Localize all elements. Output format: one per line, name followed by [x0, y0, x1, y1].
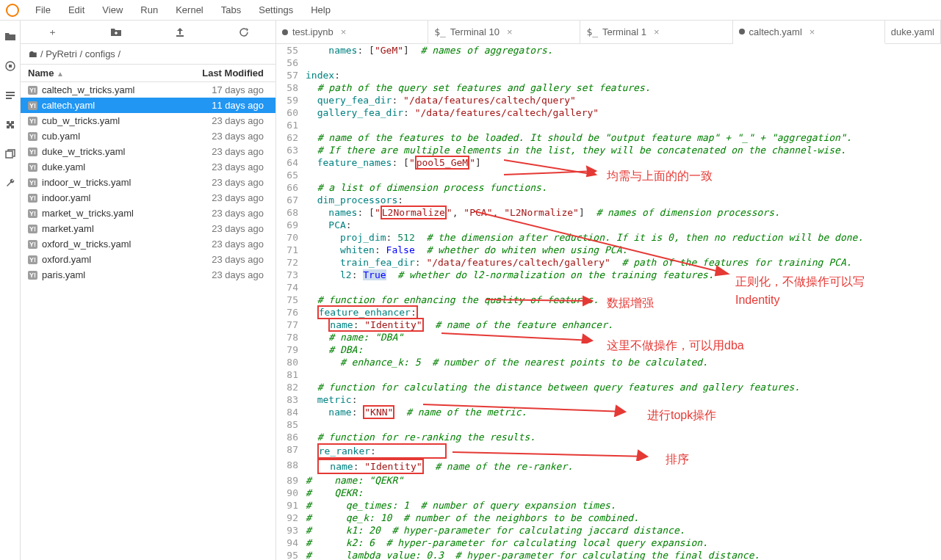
- tabs-icon[interactable]: [4, 148, 16, 160]
- menu-settings[interactable]: Settings: [250, 4, 302, 15]
- file-row[interactable]: Y!duke_w_tricks.yaml23 days ago: [21, 144, 275, 159]
- tab[interactable]: $_Terminal 10×: [428, 21, 580, 43]
- file-row[interactable]: Y!caltech_w_tricks.yaml17 days ago: [21, 82, 275, 98]
- close-icon[interactable]: ×: [807, 26, 818, 37]
- menu-edit[interactable]: Edit: [60, 4, 93, 15]
- file-row[interactable]: Y!caltech.yaml11 days ago: [21, 98, 275, 113]
- activity-bar: [0, 21, 21, 560]
- upload-button[interactable]: [148, 21, 212, 43]
- tab-bar: test.ipynb×$_Terminal 10×$_Terminal 1×ca…: [276, 21, 941, 44]
- menu-run[interactable]: Run: [131, 4, 167, 15]
- file-browser: ＋ 🖿 / PyRetri / configs / Name ▲ Last Mo…: [21, 21, 276, 560]
- file-row[interactable]: Y!cub.yaml23 days ago: [21, 128, 275, 144]
- svg-rect-4: [6, 98, 12, 99]
- menu-bar: File Edit View Run Kernel Tabs Settings …: [0, 0, 941, 21]
- close-icon[interactable]: ×: [651, 26, 663, 37]
- folder-icon[interactable]: [4, 31, 16, 43]
- menu-help[interactable]: Help: [302, 4, 339, 15]
- code-editor[interactable]: 55 names: ["GeM"] # names of aggregators…: [276, 44, 941, 560]
- new-launcher-button[interactable]: ＋: [21, 21, 84, 43]
- wrench-icon[interactable]: [4, 178, 16, 189]
- col-name-header[interactable]: Name ▲: [21, 68, 187, 79]
- close-icon[interactable]: ×: [504, 26, 516, 37]
- file-row[interactable]: Y!market.yaml23 days ago: [21, 221, 275, 236]
- menu-kernel[interactable]: Kernel: [167, 4, 212, 15]
- editor-area: test.ipynb×$_Terminal 10×$_Terminal 1×ca…: [276, 21, 941, 560]
- file-row[interactable]: Y!oxford.yaml23 days ago: [21, 252, 275, 267]
- tab[interactable]: $_Terminal 1×: [580, 21, 732, 43]
- file-row[interactable]: Y!oxford_w_tricks.yaml23 days ago: [21, 236, 275, 252]
- refresh-button[interactable]: [212, 21, 275, 43]
- svg-rect-2: [6, 92, 15, 93]
- file-row[interactable]: Y!paris.yaml23 days ago: [21, 267, 275, 283]
- file-row[interactable]: Y!market_w_tricks.yaml23 days ago: [21, 206, 275, 221]
- svg-rect-3: [6, 95, 15, 96]
- file-row[interactable]: Y!duke.yaml23 days ago: [21, 159, 275, 175]
- new-folder-button[interactable]: [84, 21, 148, 43]
- menu-tabs[interactable]: Tabs: [212, 4, 250, 15]
- svg-rect-1: [9, 65, 12, 68]
- menu-view[interactable]: View: [93, 4, 131, 15]
- file-list: Y!caltech_w_tricks.yaml17 days agoY!calt…: [21, 82, 275, 560]
- puzzle-icon[interactable]: [4, 119, 16, 131]
- col-modified-header[interactable]: Last Modified: [187, 68, 275, 79]
- jupyter-logo: [6, 4, 19, 17]
- running-icon[interactable]: [4, 60, 16, 72]
- tab[interactable]: duke.yaml: [885, 21, 941, 43]
- breadcrumb-path: / PyRetri / configs /: [40, 48, 120, 59]
- file-browser-header: Name ▲ Last Modified: [21, 65, 275, 82]
- svg-rect-6: [176, 35, 184, 37]
- svg-rect-5: [6, 151, 12, 158]
- file-row[interactable]: Y!indoor_w_tricks.yaml23 days ago: [21, 175, 275, 190]
- file-row[interactable]: Y!indoor.yaml23 days ago: [21, 190, 275, 206]
- tab[interactable]: test.ipynb×: [276, 21, 428, 43]
- close-icon[interactable]: ×: [338, 26, 350, 37]
- tab[interactable]: caltech.yaml×: [733, 21, 885, 44]
- breadcrumb[interactable]: 🖿 / PyRetri / configs /: [21, 44, 275, 65]
- menu-file[interactable]: File: [26, 4, 60, 15]
- file-row[interactable]: Y!cub_w_tricks.yaml23 days ago: [21, 113, 275, 128]
- commands-icon[interactable]: [4, 90, 16, 101]
- folder-icon: 🖿: [28, 48, 37, 59]
